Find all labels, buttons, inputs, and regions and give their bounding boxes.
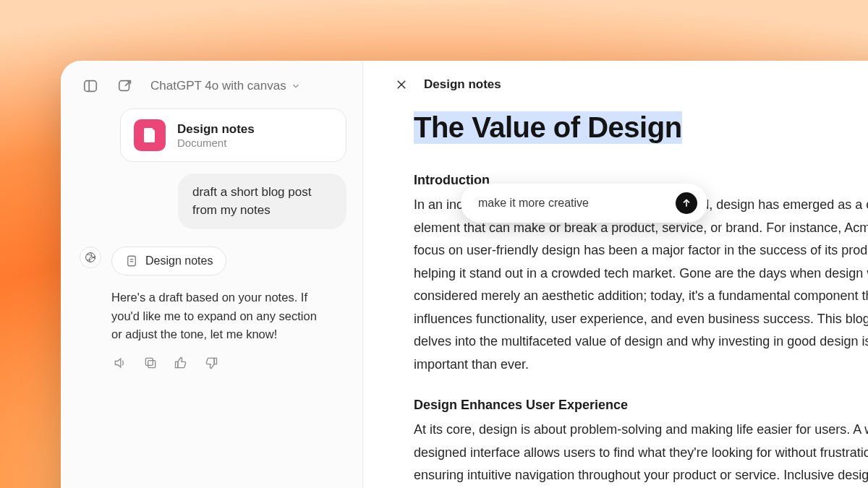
document-icon (134, 119, 166, 151)
svg-rect-0 (85, 81, 97, 92)
message-actions (77, 344, 346, 372)
canvas-reference-chip[interactable]: Design notes (111, 247, 226, 275)
chat-thread: Design notes Document draft a short blog… (61, 108, 362, 372)
assistant-row: Design notes (77, 247, 346, 275)
svg-rect-7 (148, 361, 156, 368)
canvas-title: Design notes (424, 77, 501, 92)
canvas-document[interactable]: The Value of Design Introduction In an i… (363, 111, 868, 488)
read-aloud-icon[interactable] (111, 354, 129, 372)
thumbs-down-icon[interactable] (203, 354, 220, 372)
user-message: draft a short blog post from my notes (178, 174, 346, 229)
copy-icon[interactable] (142, 354, 159, 372)
new-chat-icon[interactable] (116, 77, 135, 95)
svg-rect-4 (128, 257, 136, 267)
attachment-title: Design notes (177, 122, 255, 137)
assistant-message: Here's a draft based on your notes. If y… (77, 275, 346, 344)
model-selector-label: ChatGPT 4o with canvas (150, 79, 286, 93)
document-small-icon (125, 254, 138, 267)
app-window: ChatGPT 4o with canvas Design notes Docu… (61, 61, 868, 488)
canvas-chip-label: Design notes (145, 254, 213, 267)
section-body: At its core, design is about problem-sol… (414, 419, 868, 488)
send-button[interactable] (676, 192, 697, 214)
inline-prompt[interactable]: make it more creative (461, 184, 707, 223)
canvas-pane: Design notes The Value of Design Introdu… (363, 61, 868, 488)
thumbs-up-icon[interactable] (172, 354, 190, 372)
attachment-subtitle: Document (177, 137, 255, 149)
section-title: Design Enhances User Experience (414, 398, 868, 413)
model-selector[interactable]: ChatGPT 4o with canvas (150, 79, 301, 93)
chat-pane: ChatGPT 4o with canvas Design notes Docu… (61, 61, 363, 488)
sidebar-toggle-icon[interactable] (81, 77, 100, 95)
assistant-avatar-icon (80, 247, 101, 268)
attachment-card[interactable]: Design notes Document (120, 108, 346, 162)
svg-rect-8 (145, 358, 153, 365)
document-heading: The Value of Design (414, 111, 682, 143)
chat-toolbar: ChatGPT 4o with canvas (61, 77, 362, 108)
svg-rect-2 (119, 81, 129, 91)
chevron-down-icon (291, 81, 301, 91)
arrow-up-icon (681, 197, 692, 209)
heading-selection[interactable]: The Value of Design (414, 111, 682, 144)
close-icon[interactable] (393, 77, 409, 93)
inline-prompt-text[interactable]: make it more creative (478, 197, 589, 210)
canvas-header: Design notes (363, 77, 868, 111)
